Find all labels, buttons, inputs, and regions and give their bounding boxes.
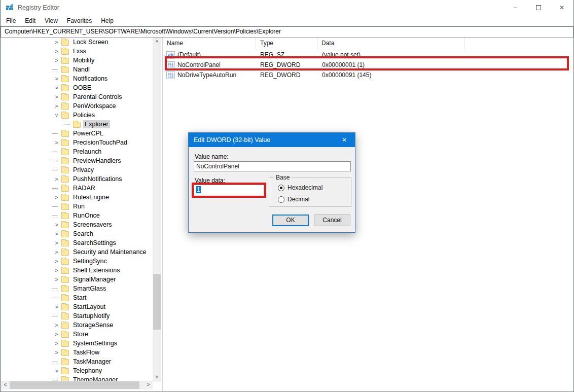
chevron-right-icon[interactable]: ˃ <box>52 266 61 275</box>
tree-item-parental-controls[interactable]: ˃Parental Controls <box>1 92 153 101</box>
tree-item-runonce[interactable]: RunOnce <box>1 211 153 220</box>
tree-item-startlayout[interactable]: ˃StartLayout <box>1 302 153 311</box>
chevron-right-icon[interactable]: ˃ <box>52 275 61 284</box>
menu-item-help[interactable]: Help <box>96 16 118 25</box>
chevron-right-icon[interactable]: ˃ <box>52 321 61 330</box>
folder-icon <box>61 304 69 310</box>
tree-item-previewhandlers[interactable]: PreviewHandlers <box>1 156 153 165</box>
menu-item-edit[interactable]: Edit <box>20 16 40 25</box>
tree-item-settingsync[interactable]: ˃SettingSync <box>1 257 153 266</box>
tree-item-explorer[interactable]: Explorer <box>1 120 153 129</box>
folder-icon <box>61 149 69 155</box>
tree-item-security-and-maintenance[interactable]: ˃Security and Maintenance <box>1 247 153 257</box>
chevron-right-icon[interactable]: ˃ <box>52 38 61 47</box>
tree-item-signalmanager[interactable]: ˃SignalManager <box>1 275 153 284</box>
column-header-data[interactable]: Data <box>317 38 464 50</box>
vertical-scrollbar-thumb[interactable] <box>153 274 161 330</box>
scroll-left-icon[interactable]: ˂ <box>1 381 10 389</box>
horizontal-scrollbar-thumb[interactable] <box>10 381 139 389</box>
tree-item-systemsettings[interactable]: ˃SystemSettings <box>1 339 153 348</box>
tree-item-pushnotifications[interactable]: ˃PushNotifications <box>1 174 153 184</box>
tree-item-store[interactable]: ˃Store <box>1 330 153 339</box>
tree-item-searchsettings[interactable]: ˃SearchSettings <box>1 238 153 247</box>
ok-button[interactable]: OK <box>272 215 309 226</box>
radio-button-icon[interactable] <box>278 185 284 191</box>
tree-item-lock-screen[interactable]: ˃Lock Screen <box>1 38 153 47</box>
tree-item-screensavers[interactable]: ˃Screensavers <box>1 220 153 229</box>
dialog-title-bar[interactable]: Edit DWORD (32-bit) Value <box>189 133 355 147</box>
tree-item-nandl[interactable]: Nandl <box>1 65 153 74</box>
value-row-default[interactable]: ab(Default)REG_SZ(value not set) <box>163 50 573 60</box>
tree-item-notifications[interactable]: ˃Notifications <box>1 74 153 83</box>
tree-item-policies[interactable]: ˅Policies <box>1 111 153 120</box>
tree-item-telephony[interactable]: ˃Telephony <box>1 366 153 375</box>
menu-item-favorites[interactable]: Favorites <box>62 16 96 25</box>
chevron-right-icon[interactable]: ˃ <box>52 239 61 247</box>
tree-item-label: PowerCPL <box>71 129 105 137</box>
chevron-right-icon[interactable]: ˃ <box>52 102 61 111</box>
tree-item-radar[interactable]: RADAR <box>1 184 153 193</box>
minimize-button[interactable]: – <box>504 0 527 15</box>
tree-item-storagesense[interactable]: ˃StorageSense <box>1 320 153 330</box>
column-header-type[interactable]: Type <box>256 38 317 50</box>
tree-item-privacy[interactable]: Privacy <box>1 165 153 174</box>
dword-value-icon: 011110 <box>166 61 175 69</box>
tree-item-precisiontouchpad[interactable]: ˃PrecisionTouchPad <box>1 138 153 147</box>
cancel-button[interactable]: Cancel <box>314 215 350 226</box>
tree-vertical-scrollbar[interactable]: ˄ ˅ <box>153 38 161 382</box>
chevron-right-icon[interactable]: ˃ <box>52 348 61 357</box>
chevron-right-icon[interactable]: ˃ <box>52 339 61 348</box>
menu-item-view[interactable]: View <box>40 16 62 25</box>
tree-item-run[interactable]: Run <box>1 202 153 211</box>
chevron-right-icon[interactable]: ˃ <box>52 257 61 266</box>
close-button[interactable]: ✕ <box>550 0 573 15</box>
value-row-nodrivetypeautorun[interactable]: 011110NoDriveTypeAutoRunREG_DWORD0x00000… <box>163 70 573 80</box>
tree-item-lxss[interactable]: ˃Lxss <box>1 47 153 56</box>
chevron-right-icon[interactable]: ˃ <box>52 303 61 311</box>
value-row-nocontrolpanel[interactable]: 011110NoControlPanelREG_DWORD0x00000001 … <box>163 60 573 70</box>
tree-item-shell-extensions[interactable]: ˃Shell Extensions <box>1 266 153 275</box>
address-bar[interactable]: Computer\HKEY_CURRENT_USER\SOFTWARE\Micr… <box>1 26 573 38</box>
tree-item-oobe[interactable]: ˃OOBE <box>1 83 153 92</box>
column-header-name[interactable]: Name <box>163 38 256 50</box>
chevron-right-icon[interactable]: ˃ <box>52 193 61 202</box>
tree-item-taskflow[interactable]: ˃TaskFlow <box>1 348 153 357</box>
chevron-right-icon[interactable]: ˃ <box>52 175 61 184</box>
value-name-field[interactable]: NoControlPanel <box>194 161 351 171</box>
dialog-title: Edit DWORD (32-bit) Value <box>194 136 270 144</box>
chevron-right-icon[interactable]: ˃ <box>52 75 61 83</box>
tree-item-taskmanager[interactable]: TaskManager <box>1 357 153 366</box>
radio-button-icon[interactable] <box>278 196 284 203</box>
value-data-field[interactable]: 1 <box>194 185 264 195</box>
folder-icon <box>61 204 69 210</box>
chevron-right-icon[interactable]: ˃ <box>52 47 61 56</box>
tree-horizontal-scrollbar[interactable]: ˂ ˃ <box>1 381 153 389</box>
tree-item-prelaunch[interactable]: Prelaunch <box>1 147 153 156</box>
chevron-right-icon[interactable]: ˃ <box>52 93 61 101</box>
dialog-close-button[interactable]: ✕ <box>334 133 355 147</box>
tree-item-search[interactable]: ˃Search <box>1 229 153 238</box>
tree-item-startupnotify[interactable]: StartupNotify <box>1 311 153 320</box>
scroll-up-icon[interactable]: ˄ <box>153 38 161 46</box>
chevron-right-icon[interactable]: ˃ <box>52 330 61 339</box>
scroll-down-icon[interactable]: ˅ <box>153 373 161 382</box>
chevron-right-icon[interactable]: ˃ <box>52 56 61 65</box>
menu-item-file[interactable]: File <box>2 16 20 25</box>
radio-option-hexadecimal[interactable]: Hexadecimal <box>278 184 322 191</box>
tree-item-smartglass[interactable]: SmartGlass <box>1 284 153 293</box>
scroll-right-icon[interactable]: ˃ <box>144 381 153 389</box>
chevron-down-icon[interactable]: ˅ <box>52 111 61 120</box>
tree-item-start[interactable]: Start <box>1 293 153 302</box>
tree-item-rulesengine[interactable]: ˃RulesEngine <box>1 193 153 202</box>
chevron-right-icon[interactable]: ˃ <box>52 248 61 257</box>
chevron-right-icon[interactable]: ˃ <box>52 230 61 238</box>
tree-item-mobility[interactable]: ˃Mobility <box>1 56 153 65</box>
tree-item-powercpl[interactable]: PowerCPL <box>1 129 153 138</box>
chevron-right-icon[interactable]: ˃ <box>52 367 61 375</box>
chevron-right-icon[interactable]: ˃ <box>52 221 61 229</box>
radio-option-decimal[interactable]: Decimal <box>278 196 309 203</box>
tree-item-penworkspace[interactable]: ˃PenWorkspace <box>1 101 153 111</box>
chevron-right-icon[interactable]: ˃ <box>52 138 61 147</box>
chevron-right-icon[interactable]: ˃ <box>52 84 61 92</box>
maximize-button[interactable] <box>527 0 550 15</box>
